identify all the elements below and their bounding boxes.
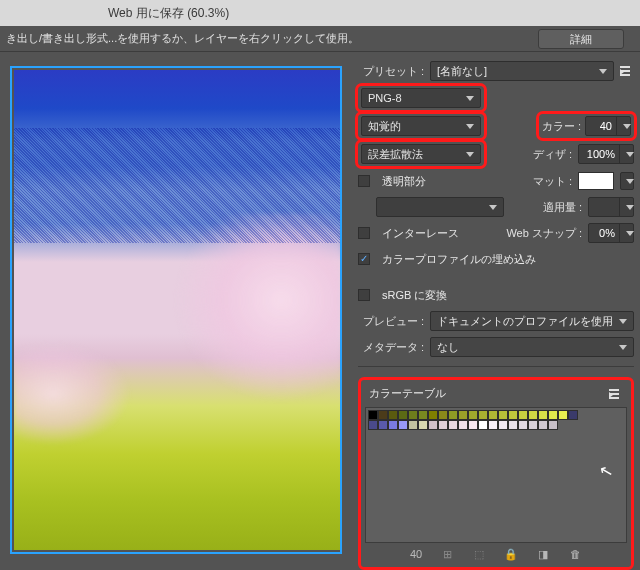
transparency-dither-select	[376, 197, 504, 217]
color-swatch[interactable]	[508, 410, 518, 420]
colors-label: カラー :	[542, 119, 581, 134]
color-swatch[interactable]	[548, 420, 558, 430]
format-select[interactable]: PNG-8	[361, 88, 481, 108]
color-swatch[interactable]	[418, 420, 428, 430]
color-swatch[interactable]	[368, 410, 378, 420]
color-table-area[interactable]: ↖	[365, 407, 627, 543]
color-swatch[interactable]	[438, 420, 448, 430]
dither-value: 100%	[579, 148, 619, 160]
snap-web-icon[interactable]: ⊞	[440, 547, 454, 561]
dither-label: ディザ :	[533, 147, 572, 162]
colors-input[interactable]: 40	[585, 116, 631, 136]
cube-icon[interactable]: ⬚	[472, 547, 486, 561]
color-swatch[interactable]	[408, 410, 418, 420]
flyout-menu-icon[interactable]	[609, 389, 623, 399]
chevron-down-icon	[623, 124, 631, 129]
color-swatch[interactable]	[398, 420, 408, 430]
window-titlebar: Web 用に保存 (60.3%)	[0, 0, 640, 26]
settings-panel: プリセット : [名前なし] PNG-8 知覚的 カラー :	[350, 52, 640, 570]
image-preview-frame[interactable]	[10, 66, 342, 554]
color-swatch[interactable]	[538, 410, 548, 420]
color-swatch[interactable]	[458, 410, 468, 420]
chevron-down-icon	[466, 152, 474, 157]
transparency-label: 透明部分	[382, 174, 426, 189]
color-table-panel: カラーテーブル ↖ 40 ⊞ ⬚ 🔒 ◨ 🗑	[358, 377, 634, 570]
preset-label: プリセット :	[358, 64, 424, 79]
matte-swatch[interactable]	[578, 172, 614, 190]
color-swatch[interactable]	[498, 410, 508, 420]
color-reduction-select[interactable]: 知覚的	[361, 116, 481, 136]
chevron-down-icon	[489, 205, 497, 210]
color-table-grid	[368, 410, 578, 430]
color-table-label: カラーテーブル	[369, 386, 446, 401]
color-swatch[interactable]	[378, 410, 388, 420]
trash-icon[interactable]: 🗑	[568, 547, 582, 561]
color-swatch[interactable]	[388, 420, 398, 430]
image-preview	[14, 70, 340, 550]
chevron-down-icon	[626, 179, 634, 184]
color-swatch[interactable]	[488, 410, 498, 420]
matte-label: マット :	[533, 174, 572, 189]
color-swatch[interactable]	[448, 410, 458, 420]
color-count: 40	[410, 548, 422, 560]
matte-dropdown[interactable]	[620, 172, 634, 190]
flyout-menu-icon[interactable]	[620, 66, 634, 76]
color-swatch[interactable]	[498, 420, 508, 430]
websnap-label: Web スナップ :	[506, 226, 582, 241]
metadata-select[interactable]: なし	[430, 337, 634, 357]
color-swatch[interactable]	[368, 420, 378, 430]
transparency-checkbox[interactable]	[358, 175, 370, 187]
dither-method-value: 誤差拡散法	[368, 147, 423, 162]
websnap-input[interactable]: 0%	[588, 223, 634, 243]
color-swatch[interactable]	[478, 410, 488, 420]
color-swatch[interactable]	[448, 420, 458, 430]
cursor-icon: ↖	[597, 461, 614, 483]
apply-amt-label: 適用量 :	[543, 200, 582, 215]
apply-amt-input	[588, 197, 634, 217]
color-swatch[interactable]	[378, 420, 388, 430]
color-swatch[interactable]	[528, 410, 538, 420]
color-swatch[interactable]	[388, 410, 398, 420]
dither-method-select[interactable]: 誤差拡散法	[361, 144, 481, 164]
colors-value: 40	[586, 120, 616, 132]
preview-pane	[0, 52, 350, 570]
color-swatch[interactable]	[428, 410, 438, 420]
color-swatch[interactable]	[518, 420, 528, 430]
color-swatch[interactable]	[518, 410, 528, 420]
color-swatch[interactable]	[408, 420, 418, 430]
interlace-checkbox[interactable]	[358, 227, 370, 239]
chevron-down-icon	[626, 231, 634, 236]
color-table-footer: 40 ⊞ ⬚ 🔒 ◨ 🗑	[365, 547, 627, 561]
color-swatch[interactable]	[398, 410, 408, 420]
preset-select[interactable]: [名前なし]	[430, 61, 614, 81]
color-swatch[interactable]	[438, 410, 448, 420]
srgb-label: sRGB に変換	[382, 288, 447, 303]
preview-select[interactable]: ドキュメントのプロファイルを使用	[430, 311, 634, 331]
lock-icon[interactable]: 🔒	[504, 547, 518, 561]
color-swatch[interactable]	[418, 410, 428, 420]
dither-amount-input[interactable]: 100%	[578, 144, 634, 164]
color-swatch[interactable]	[558, 410, 568, 420]
new-swatch-icon[interactable]: ◨	[536, 547, 550, 561]
color-swatch[interactable]	[488, 420, 498, 430]
embed-profile-label: カラープロファイルの埋め込み	[382, 252, 536, 267]
color-swatch[interactable]	[568, 410, 578, 420]
color-swatch[interactable]	[548, 410, 558, 420]
embed-profile-checkbox[interactable]	[358, 253, 370, 265]
color-swatch[interactable]	[508, 420, 518, 430]
chevron-down-icon	[466, 124, 474, 129]
srgb-checkbox[interactable]	[358, 289, 370, 301]
chevron-down-icon	[619, 319, 627, 324]
chevron-down-icon	[626, 205, 634, 210]
metadata-value: なし	[437, 340, 459, 355]
color-swatch[interactable]	[528, 420, 538, 430]
color-swatch[interactable]	[428, 420, 438, 430]
color-swatch[interactable]	[458, 420, 468, 430]
info-text: き出し/書き出し形式...を使用するか、レイヤーを右クリックして使用。	[6, 31, 359, 46]
color-swatch[interactable]	[538, 420, 548, 430]
color-swatch[interactable]	[468, 420, 478, 430]
detail-button[interactable]: 詳細	[538, 29, 624, 49]
chevron-down-icon	[619, 345, 627, 350]
color-swatch[interactable]	[478, 420, 488, 430]
color-swatch[interactable]	[468, 410, 478, 420]
